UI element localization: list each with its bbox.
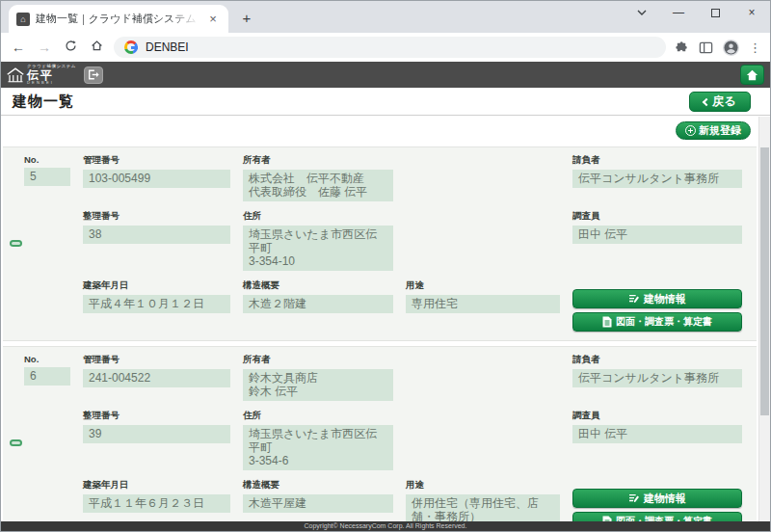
- usage-field: 専用住宅: [406, 295, 560, 313]
- profile-avatar[interactable]: [723, 40, 739, 56]
- tab-close-icon[interactable]: ×: [205, 12, 221, 27]
- field-label-owner: 所有者: [243, 354, 393, 366]
- list-edit-icon: [628, 493, 640, 503]
- window-controls: — ×: [624, 1, 770, 24]
- back-icon[interactable]: ←: [10, 40, 27, 55]
- records-list: No. 5 管理番号 103-005499 所有者 株式会社 伝平不動産 代表取…: [1, 146, 770, 521]
- no-field: 5: [24, 168, 70, 186]
- no-field: 6: [24, 367, 70, 386]
- built-date-field: 平成１１年６月２３日: [83, 494, 230, 513]
- field-label-structure: 構造概要: [243, 279, 393, 292]
- contractor-field: 伝平コンサルタント事務所: [572, 369, 742, 387]
- built-date-field: 平成４年１０月１２日: [83, 295, 230, 313]
- field-label-usage: 用途: [406, 479, 560, 492]
- tab-title: 建物一覧｜クラウド補償システム 伝: [36, 12, 199, 26]
- new-registration-button[interactable]: 新規登録: [676, 121, 751, 140]
- action-row: 新規登録: [1, 116, 770, 146]
- field-label-management-no: 管理番号: [83, 354, 230, 366]
- home-icon[interactable]: [88, 40, 105, 55]
- management-no-field: 103-005499: [83, 170, 230, 188]
- field-label-contractor: 請負者: [572, 354, 742, 366]
- logout-button[interactable]: [84, 66, 103, 84]
- browser-window: ⌂ 建物一覧｜クラウド補償システム 伝 × + — × ← → DENBEI: [0, 0, 771, 532]
- field-label-no: No.: [24, 154, 70, 165]
- close-button[interactable]: ×: [733, 1, 770, 24]
- browser-toolbar: ← → DENBEI ⋮: [1, 33, 770, 62]
- logo-main-name: 伝平: [27, 69, 76, 81]
- app-header: クラウド補償システム 伝平 DENBEI: [1, 62, 770, 88]
- contractor-field: 伝平コンサルタント事務所: [572, 170, 742, 188]
- link-icon[interactable]: [10, 439, 22, 446]
- owner-field: 株式会社 伝平不動産 代表取締役 佐藤 伝平: [243, 170, 393, 201]
- new-tab-button[interactable]: +: [234, 6, 259, 31]
- side-panel-icon[interactable]: [699, 40, 713, 55]
- structure-field: 木造２階建: [243, 295, 393, 313]
- browser-menu-icon[interactable]: ⋮: [749, 40, 761, 55]
- reference-no-field: 38: [83, 226, 230, 244]
- title-row: 建物一覧 戻る: [1, 88, 770, 116]
- tab-strip: ⌂ 建物一覧｜クラウド補償システム 伝 × + — ×: [1, 1, 770, 33]
- field-label-address: 住所: [243, 410, 393, 422]
- building-info-button[interactable]: 建物情報: [572, 289, 742, 308]
- field-label-reference-no: 整理番号: [83, 410, 230, 422]
- field-label-built-date: 建築年月日: [83, 479, 230, 492]
- field-label-no: No.: [24, 354, 70, 364]
- footer-copyright: Copyright© NecessaryCom Corp. All Rights…: [1, 521, 770, 531]
- url-text: DENBEI: [146, 40, 189, 54]
- browser-tab[interactable]: ⌂ 建物一覧｜クラウド補償システム 伝 ×: [9, 5, 228, 33]
- app-logo[interactable]: クラウド補償システム 伝平 DENBEI: [7, 65, 76, 85]
- logo-romaji: DENBEI: [27, 81, 76, 85]
- inspector-field: 田中 伝平: [572, 425, 742, 443]
- field-label-built-date: 建築年月日: [83, 279, 230, 292]
- usage-field: 併用住宅（専用住宅、店舗・事務所）: [406, 494, 560, 521]
- structure-field: 木造平屋建: [243, 494, 393, 513]
- building-record: No. 6 管理番号 241-004522 所有者 鈴木文具商店 鈴木 伝平 請…: [3, 346, 757, 521]
- owner-field: 鈴木文具商店 鈴木 伝平: [243, 369, 393, 401]
- maximize-icon: [711, 9, 720, 17]
- main-content: 建物一覧 戻る 新規登録 No. 5: [1, 88, 770, 531]
- maximize-button[interactable]: [697, 1, 733, 24]
- document-icon: [602, 316, 612, 328]
- denbei-house-icon: [7, 67, 24, 83]
- address-field: 埼玉県さいたま市西区伝平町 3-354-6: [243, 425, 393, 470]
- reference-no-field: 39: [83, 425, 230, 443]
- field-label-address: 住所: [243, 210, 393, 223]
- toolbar-right: ⋮: [675, 40, 761, 56]
- field-label-reference-no: 整理番号: [83, 210, 230, 223]
- back-button[interactable]: 戻る: [689, 92, 751, 112]
- field-label-inspector: 調査員: [572, 410, 742, 422]
- management-no-field: 241-004522: [83, 369, 230, 387]
- scrollbar-thumb[interactable]: [760, 147, 769, 415]
- extensions-icon[interactable]: [675, 40, 689, 55]
- field-label-usage: 用途: [406, 279, 560, 292]
- forward-icon: →: [36, 40, 53, 55]
- link-icon[interactable]: [10, 240, 22, 247]
- building-info-button[interactable]: 建物情報: [572, 489, 742, 508]
- documents-button[interactable]: 図面・調査票・算定書: [572, 512, 742, 521]
- app-home-button[interactable]: [740, 65, 764, 85]
- page-title: 建物一覧: [13, 93, 74, 111]
- field-label-owner: 所有者: [243, 154, 393, 167]
- logout-icon: [88, 69, 99, 80]
- address-field: 埼玉県さいたま市西区伝平町 3-354-10: [243, 226, 393, 271]
- inspector-field: 田中 伝平: [572, 226, 742, 244]
- list-edit-icon: [628, 294, 640, 304]
- home-fill-icon: [746, 69, 758, 81]
- field-label-structure: 構造概要: [243, 479, 393, 492]
- page-scrollbar[interactable]: [758, 117, 770, 521]
- site-favicon-icon: ⌂: [16, 13, 30, 26]
- field-label-contractor: 請負者: [572, 154, 742, 167]
- plus-circle-icon: [685, 125, 696, 136]
- url-bar[interactable]: DENBEI: [114, 37, 666, 58]
- google-logo-icon: [124, 40, 138, 54]
- building-record: No. 5 管理番号 103-005499 所有者 株式会社 伝平不動産 代表取…: [3, 146, 757, 341]
- reload-icon[interactable]: [62, 40, 79, 55]
- field-label-management-no: 管理番号: [83, 154, 230, 167]
- documents-button[interactable]: 図面・調査票・算定書: [572, 312, 742, 332]
- chevron-down-icon[interactable]: [624, 1, 660, 24]
- chevron-left-icon: [703, 97, 710, 105]
- field-label-inspector: 調査員: [572, 210, 742, 223]
- minimize-button[interactable]: —: [660, 1, 697, 24]
